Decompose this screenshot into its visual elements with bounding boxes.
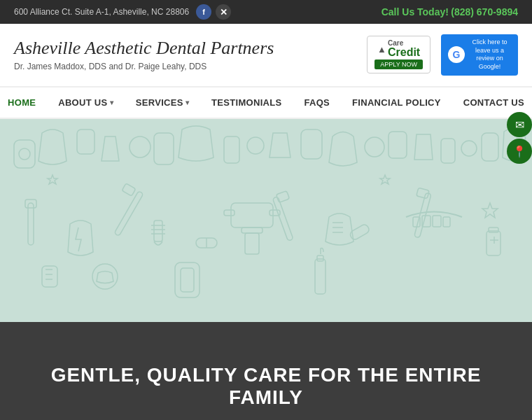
cta-heading: GENTLE, QUALITY CARE FOR THE ENTIRE FAMI…: [14, 364, 518, 409]
svg-rect-5: [224, 136, 239, 163]
cta-section: GENTLE, QUALITY CARE FOR THE ENTIRE FAMI…: [0, 322, 532, 420]
svg-rect-9: [388, 132, 407, 158]
nav-item-services[interactable]: SERVICES ▾: [125, 88, 200, 118]
social-icons: f ✕: [196, 4, 231, 20]
svg-rect-43: [486, 231, 500, 255]
svg-rect-42: [317, 255, 323, 261]
svg-point-1: [19, 148, 30, 160]
nav-item-faqs[interactable]: FAQS: [293, 88, 341, 118]
header-right: ▲ Care Credit APPLY NOW G Click here to …: [367, 34, 518, 76]
svg-rect-44: [489, 227, 498, 232]
svg-rect-41: [315, 259, 326, 294]
svg-rect-27: [224, 210, 234, 216]
svg-point-11: [461, 141, 477, 156]
svg-rect-4: [154, 133, 174, 164]
svg-point-6: [247, 137, 264, 154]
carecredit-badge[interactable]: ▲ Care Credit APPLY NOW: [367, 36, 430, 74]
svg-rect-10: [441, 139, 455, 163]
svg-rect-14: [25, 200, 36, 208]
address-text: 600 Alliance Ct. Suite A-1, Asheville, N…: [14, 7, 189, 17]
svg-rect-7: [301, 130, 322, 159]
hero-section: [0, 119, 532, 322]
svg-rect-17: [272, 196, 293, 241]
google-g-icon: G: [448, 46, 465, 63]
svg-point-8: [365, 137, 384, 157]
floating-sidebar: ✉ 📍: [507, 112, 532, 164]
about-dropdown-arrow: ▾: [110, 99, 113, 106]
svg-rect-18: [276, 190, 289, 202]
carecredit-logo: ▲ Care Credit: [377, 40, 420, 58]
nav-item-financial[interactable]: FINANCIAL POLICY: [341, 88, 452, 118]
top-bar-left: 600 Alliance Ct. Suite A-1, Asheville, N…: [14, 4, 231, 20]
location-float-button[interactable]: 📍: [507, 139, 532, 164]
svg-rect-36: [443, 217, 450, 227]
svg-rect-16: [122, 183, 136, 196]
navigation: HOME ABOUT US ▾ SERVICES ▾ TESTIMONIALS …: [0, 87, 532, 119]
logo-area: Asheville Aesthetic Dental Partners Dr. …: [14, 38, 274, 71]
svg-rect-2: [77, 130, 94, 154]
logo-title[interactable]: Asheville Aesthetic Dental Partners: [14, 38, 274, 59]
svg-rect-24: [231, 203, 273, 227]
nav-item-home[interactable]: HOME: [0, 88, 47, 118]
email-float-button[interactable]: ✉: [507, 112, 532, 137]
svg-point-3: [130, 136, 150, 158]
svg-rect-35: [433, 216, 441, 227]
twitter-icon[interactable]: ✕: [216, 4, 231, 20]
nav-item-testimonials[interactable]: TESTIMONIALS: [200, 88, 293, 118]
phone-area: Call Us Today! (828) 670-9894: [382, 6, 518, 18]
facebook-icon[interactable]: f: [196, 4, 211, 20]
svg-rect-26: [245, 233, 259, 254]
svg-rect-12: [482, 133, 498, 161]
svg-rect-0: [14, 140, 35, 168]
svg-rect-15: [114, 190, 144, 236]
nav-item-about[interactable]: ABOUT US ▾: [47, 88, 125, 118]
carecredit-apply-label: APPLY NOW: [374, 59, 423, 69]
svg-rect-40: [181, 268, 194, 292]
svg-rect-13: [28, 203, 34, 245]
svg-point-38: [92, 264, 118, 289]
google-review-button[interactable]: G Click here to leave us a review on Goo…: [441, 34, 518, 76]
top-bar: 600 Alliance Ct. Suite A-1, Asheville, N…: [0, 0, 532, 24]
google-review-text: Click here to leave us a review on Googl…: [468, 38, 511, 71]
header: Asheville Aesthetic Dental Partners Dr. …: [0, 24, 532, 87]
svg-rect-29: [154, 220, 162, 241]
dental-pattern: [0, 119, 532, 322]
logo-subtitle: Dr. James Maddox, DDS and Dr. Paige Leah…: [14, 62, 274, 71]
svg-rect-25: [241, 227, 262, 233]
services-dropdown-arrow: ▾: [186, 99, 189, 106]
